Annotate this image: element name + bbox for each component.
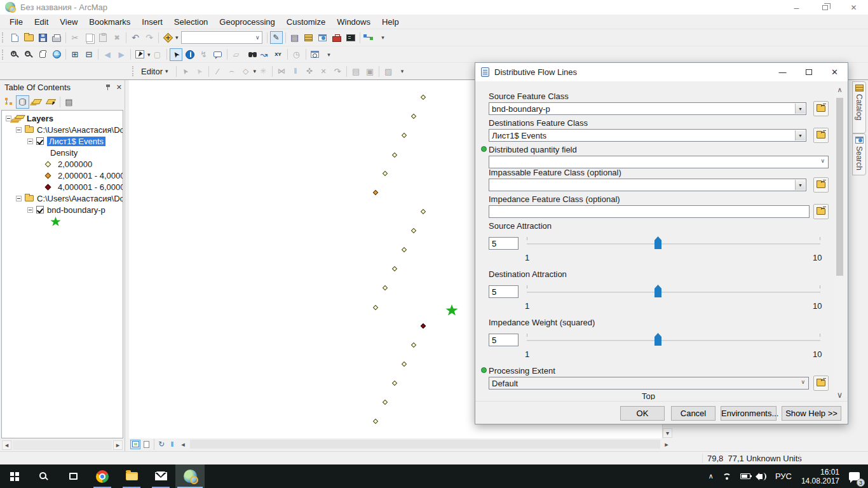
layout-view-button[interactable] [141,440,151,449]
menu-edit[interactable]: Edit [29,17,54,27]
toc-row-events-layer[interactable]: Лист1$ Events [2,135,123,147]
add-data-button[interactable] [161,31,174,44]
editor-menu-button[interactable]: Editor ▾ [138,66,174,77]
destinations-browse-button[interactable] [813,128,829,143]
scrollbar-thumb[interactable] [836,98,843,276]
processing-extent-combobox[interactable]: Default ∨ [489,377,809,390]
scroll-right-button[interactable]: ▸ [113,440,123,450]
slider-track[interactable] [527,340,820,341]
menu-bookmarks[interactable]: Bookmarks [83,17,136,27]
list-by-selection-button[interactable] [44,95,57,109]
find-route-button[interactable]: ↝ [258,48,271,61]
collapse-icon[interactable] [6,116,11,121]
taskbar-search-button[interactable] [29,464,58,488]
minimize-button[interactable]: – [782,0,811,15]
toolbar-options-button[interactable]: ▾ [396,65,409,78]
collapse-icon[interactable] [16,196,22,201]
scrollbar-track[interactable] [13,440,112,450]
search-dock-tab[interactable]: Search [852,133,866,175]
list-by-source-button[interactable] [16,95,29,109]
clock[interactable]: 16:01 14.08.2017 [796,468,844,485]
collapse-icon[interactable] [27,139,33,144]
close-button[interactable]: ✕ [839,0,868,15]
fixed-zoom-in-button[interactable]: ⊞ [69,48,81,61]
cancel-button[interactable]: Cancel [671,406,715,421]
menu-file[interactable]: File [4,17,29,27]
dropdown-button[interactable]: ▼ [795,130,805,140]
dialog-scrollbar[interactable]: ∧ ∨ [834,84,845,392]
arctoolbox-button[interactable] [330,31,343,44]
toc-close-icon[interactable]: ✕ [116,83,122,92]
volume-indicator[interactable] [755,464,771,488]
scroll-down-button[interactable]: ∨ [834,388,845,401]
zoom-out-button[interactable] [22,48,35,61]
chevron-down-icon[interactable]: ∨ [255,34,260,41]
toc-row-folder[interactable]: C:\Users\Анастасия\Doc [2,193,123,204]
new-document-button[interactable] [8,31,21,44]
scroll-right-button[interactable]: ▸ [661,440,672,449]
impedance-browse-button[interactable] [813,204,829,219]
pause-drawing-button[interactable]: ‖ [167,440,177,449]
fixed-zoom-out-button[interactable]: ⊟ [83,48,95,61]
dialog-close-button[interactable]: ✕ [822,63,848,81]
impedance-feature-class-input[interactable] [489,205,810,218]
scrollbar-track[interactable] [190,440,660,449]
destinations-feature-class-combobox[interactable]: Лист1$ Events ▼ [489,129,806,142]
toolbar-grip[interactable] [2,32,4,43]
source-attraction-value-input[interactable] [489,237,519,250]
list-by-visibility-button[interactable] [30,95,43,109]
collapse-icon[interactable] [16,127,22,133]
toolbar-options-button[interactable]: ▾ [323,48,336,61]
environments-button[interactable]: Environments... [721,406,776,421]
scroll-left-button[interactable]: ◂ [178,440,188,449]
toolbar-grip[interactable] [2,50,4,60]
catalog-dock-tab[interactable]: Catalog [852,81,866,133]
dialog-title-bar[interactable]: Distributive Flow Lines — ✕ [475,63,848,81]
menu-geoprocessing[interactable]: Geoprocessing [214,17,280,27]
add-data-dropdown-icon[interactable]: ▾ [175,34,179,41]
full-extent-button[interactable] [50,48,63,61]
map-scale-combobox[interactable]: ∨ [181,31,262,44]
select-elements-button[interactable]: ➤ [170,48,182,61]
data-view-button[interactable] [130,440,140,449]
pin-icon[interactable] [105,84,111,91]
menu-selection[interactable]: Selection [168,17,214,27]
print-button[interactable] [50,31,63,44]
zoom-in-button[interactable] [8,48,21,61]
open-button[interactable] [22,31,35,44]
toolbar-options-button[interactable]: ▾ [377,31,390,44]
layer-visibility-checkbox[interactable] [36,206,44,214]
slider-track[interactable] [527,243,820,245]
toc-row-boundary-layer[interactable]: bnd-boundary-p [2,204,123,215]
menu-help[interactable]: Help [376,17,405,27]
restore-button[interactable] [811,0,839,15]
dropdown-button[interactable]: ▼ [795,180,805,190]
toolbar-grip[interactable] [132,66,135,76]
events-layer-label[interactable]: Лист1$ Events [47,137,105,146]
layer-visibility-checkbox[interactable] [36,137,44,145]
catalog-button[interactable] [302,31,315,44]
list-by-drawing-order-button[interactable] [2,95,15,109]
impassable-browse-button[interactable] [813,177,829,193]
identify-button[interactable] [184,48,196,61]
select-features-button[interactable] [133,48,146,61]
slider-track[interactable] [527,292,820,293]
chevron-down-icon[interactable]: ∨ [801,379,805,385]
battery-indicator[interactable] [736,464,755,488]
notification-center-button[interactable]: 3 [844,464,864,488]
show-help-button[interactable]: Show Help >> [782,406,841,421]
html-popup-button[interactable] [212,48,224,61]
scroll-down-button[interactable]: ▾ [663,428,672,438]
wifi-indicator[interactable] [718,464,736,488]
menu-insert[interactable]: Insert [136,17,168,27]
language-indicator[interactable]: РУС [771,464,796,488]
collapse-icon[interactable] [27,207,33,213]
save-button[interactable] [36,31,49,44]
task-view-button[interactable] [58,464,88,488]
taskbar-mail[interactable] [146,464,175,488]
source-feature-class-combobox[interactable]: bnd-boundary-p ▼ [489,102,806,115]
dialog-maximize-button[interactable] [796,63,822,81]
viewer-window-button[interactable] [309,48,322,61]
modelbuilder-button[interactable] [363,31,376,44]
dialog-minimize-button[interactable]: — [770,63,796,81]
